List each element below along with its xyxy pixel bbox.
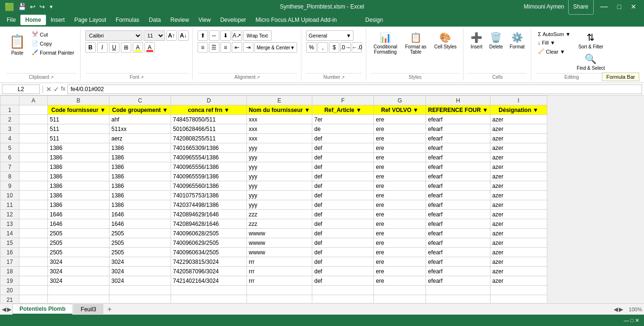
cell-F8[interactable]: def — [312, 172, 374, 181]
cell-C12[interactable]: 1646 — [109, 210, 171, 219]
cell-I7[interactable]: azer — [490, 162, 547, 172]
cell-H7[interactable]: efearf — [426, 162, 490, 172]
row-num-11[interactable]: 11 — [0, 200, 19, 210]
col-header-G[interactable]: G — [374, 96, 426, 105]
cell-G13[interactable]: ere — [374, 219, 426, 229]
cell-styles-button[interactable]: 🎨 Cell Styles — [432, 30, 459, 51]
cell-A21[interactable] — [19, 295, 48, 303]
cell-C13[interactable]: 1646 — [109, 219, 171, 229]
minimize-button[interactable]: — — [598, 0, 611, 13]
cell-F14[interactable]: def — [312, 229, 374, 238]
row-num-19[interactable]: 19 — [0, 276, 19, 286]
formula-input[interactable] — [67, 84, 642, 94]
col-header-B[interactable]: B — [48, 96, 109, 105]
cell-B11[interactable]: 1386 — [48, 200, 109, 210]
italic-button[interactable]: I — [97, 42, 108, 53]
cut-button[interactable]: ✂️ Cut — [30, 30, 76, 38]
cell-I18[interactable]: azer — [490, 267, 547, 276]
cell-A8[interactable] — [19, 172, 48, 181]
cell-B18[interactable]: 3024 — [48, 267, 109, 276]
cell-C15[interactable]: 2505 — [109, 238, 171, 248]
cell-G6[interactable]: ere — [374, 153, 426, 162]
row-num-2[interactable]: 2 — [0, 115, 19, 124]
cell-C20[interactable] — [109, 286, 171, 295]
confirm-formula-button[interactable]: ✓ — [54, 85, 59, 93]
menu-page-layout[interactable]: Page Layout — [70, 15, 111, 25]
cell-I15[interactable]: azer — [490, 238, 547, 248]
row-num-7[interactable]: 7 — [0, 162, 19, 172]
merge-center-dropdown[interactable]: Merge & Center ▼ — [254, 42, 298, 53]
cell-A10[interactable] — [19, 191, 48, 200]
alignment-expand-icon[interactable]: ↗ — [256, 75, 260, 80]
cell-F2[interactable]: 7er — [312, 115, 374, 124]
cell-G1[interactable]: Ref VOLVO ▼ — [374, 105, 426, 115]
cell-reference-input[interactable] — [2, 84, 40, 94]
menu-home[interactable]: Home — [20, 15, 45, 25]
cell-C4[interactable]: aerz — [109, 134, 171, 143]
cell-A20[interactable] — [19, 286, 48, 295]
cell-H16[interactable]: efearf — [426, 248, 490, 257]
cell-A11[interactable] — [19, 200, 48, 210]
cell-H1[interactable]: REFERENCE FOUR ▼ — [426, 105, 490, 115]
cell-A12[interactable] — [19, 210, 48, 219]
cell-E12[interactable]: zzz — [247, 210, 312, 219]
fill-color-button[interactable]: A — [133, 42, 143, 53]
menu-review[interactable]: Review — [165, 15, 193, 25]
cell-F3[interactable]: de — [312, 124, 374, 134]
cell-D18[interactable]: 7420587096/3024 — [171, 267, 247, 276]
row-num-10[interactable]: 10 — [0, 191, 19, 200]
cell-F13[interactable]: def — [312, 219, 374, 229]
cell-B15[interactable]: 2505 — [48, 238, 109, 248]
cell-E6[interactable]: yyy — [247, 153, 312, 162]
cell-H10[interactable]: efearf — [426, 191, 490, 200]
format-button[interactable]: ⚙️ Format — [507, 30, 527, 51]
cell-A3[interactable] — [19, 124, 48, 134]
cell-H6[interactable]: efearf — [426, 153, 490, 162]
cell-G21[interactable] — [374, 295, 426, 303]
cell-H8[interactable]: efearf — [426, 172, 490, 181]
cell-B2[interactable]: 511 — [48, 115, 109, 124]
cell-H21[interactable] — [426, 295, 490, 303]
col-header-E[interactable]: E — [247, 96, 312, 105]
cell-B20[interactable] — [48, 286, 109, 295]
cell-A9[interactable] — [19, 181, 48, 191]
col-header-C[interactable]: C — [109, 96, 171, 105]
cell-E10[interactable]: yyy — [247, 191, 312, 200]
cell-F21[interactable] — [312, 295, 374, 303]
paste-button[interactable]: 📋 Paste — [7, 32, 28, 57]
cell-C8[interactable]: 1386 — [109, 172, 171, 181]
cell-B19[interactable]: 3024 — [48, 276, 109, 286]
dropdown-arrow[interactable]: ▼ — [49, 4, 54, 9]
cell-F16[interactable]: def — [312, 248, 374, 257]
conditional-formatting-button[interactable]: 📊 Conditional Formatting — [371, 30, 399, 56]
cell-D11[interactable]: 7420374498/1386 — [171, 200, 247, 210]
cell-G9[interactable]: ere — [374, 181, 426, 191]
menu-formulas[interactable]: Formulas — [111, 15, 144, 25]
cell-E19[interactable]: rrr — [247, 276, 312, 286]
cell-I6[interactable]: azer — [490, 153, 547, 162]
cell-I8[interactable]: azer — [490, 172, 547, 181]
cell-I19[interactable]: azer — [490, 276, 547, 286]
bold-button[interactable]: B — [85, 42, 96, 53]
font-size-select[interactable]: 11 — [144, 30, 165, 41]
cell-B9[interactable]: 1386 — [48, 181, 109, 191]
cell-I11[interactable]: azer — [490, 200, 547, 210]
increase-indent-button[interactable]: ⇥ — [243, 42, 254, 53]
cell-G18[interactable]: ere — [374, 267, 426, 276]
clipboard-expand-icon[interactable]: ↗ — [50, 75, 54, 80]
cell-I17[interactable]: azer — [490, 257, 547, 267]
cell-B8[interactable]: 1386 — [48, 172, 109, 181]
cell-E20[interactable] — [247, 286, 312, 295]
cell-I3[interactable]: azer — [490, 124, 547, 134]
align-right-button[interactable]: ≡ — [220, 42, 231, 53]
cell-F12[interactable]: def — [312, 210, 374, 219]
cell-H12[interactable]: efearf — [426, 210, 490, 219]
wrap-text-button[interactable]: Wrap Text — [243, 30, 272, 41]
cell-C16[interactable]: 2505 — [109, 248, 171, 257]
cell-G15[interactable]: ere — [374, 238, 426, 248]
cell-G8[interactable]: ere — [374, 172, 426, 181]
cell-E9[interactable]: yyy — [247, 181, 312, 191]
cell-C7[interactable]: 1386 — [109, 162, 171, 172]
underline-button[interactable]: U — [109, 42, 119, 53]
cancel-formula-button[interactable]: ✕ — [46, 85, 52, 93]
